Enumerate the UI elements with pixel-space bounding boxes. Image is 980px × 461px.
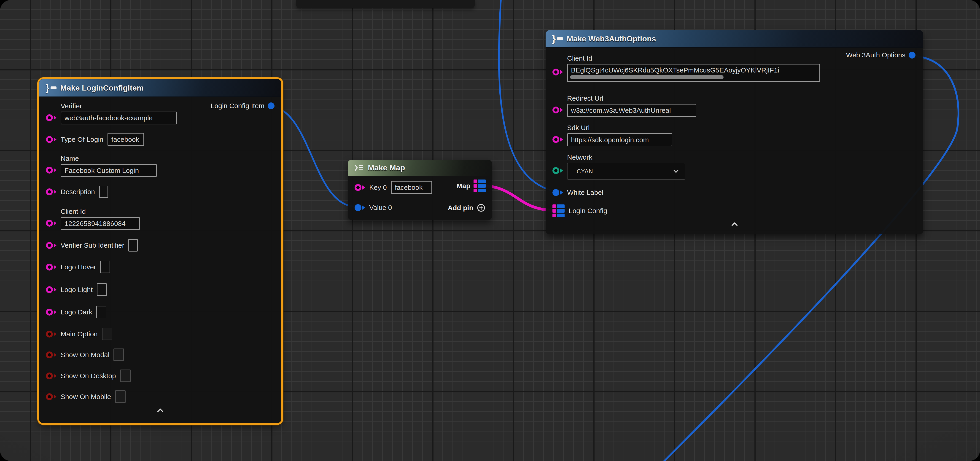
- blueprint-graph-canvas[interactable]: } Make LoginConfigItem Login Config Item…: [0, 0, 980, 461]
- pin-row-value-0: Value 0: [355, 204, 392, 211]
- show-on-desktop-pin[interactable]: [46, 372, 57, 379]
- verifier-input[interactable]: web3auth-facebook-example: [60, 111, 177, 124]
- client-id-scrollbar[interactable]: [570, 75, 724, 79]
- pin-row-show-on-mobile: Show On Mobile: [46, 390, 126, 403]
- name-pin[interactable]: [46, 167, 57, 173]
- logo-light-input[interactable]: [97, 283, 107, 296]
- sdk-url-pin[interactable]: [552, 136, 563, 143]
- pin-row-login-config-item-output: Login Config Item: [211, 102, 275, 110]
- pin-row-verifier-sub-identifier: Verifier Sub Identifier: [46, 239, 138, 251]
- pin-row-key-0: Key 0 facebook: [355, 181, 432, 194]
- logo-hover-pin[interactable]: [46, 264, 57, 270]
- client-id-pin[interactable]: [46, 220, 57, 227]
- pin-row-redirect-url: Redirect Url w3a://com.w3a.Web3AuthUnrea…: [552, 94, 696, 117]
- make-map-icon: [354, 164, 364, 172]
- node-make-web3authoptions-header[interactable]: } Make Web3AuthOptions: [546, 30, 923, 48]
- white-label-pin[interactable]: [552, 189, 563, 196]
- map-output-label: Map: [457, 182, 470, 190]
- pin-row-network: Network CYAN: [552, 153, 686, 180]
- type-of-login-pin[interactable]: [46, 136, 57, 143]
- pin-row-client-id: Client Id 1222658941886084: [46, 208, 140, 230]
- name-input[interactable]: Facebook Custom Login: [60, 164, 157, 177]
- description-pin[interactable]: [46, 188, 57, 195]
- pin-row-type-of-login: Type Of Login facebook: [46, 133, 144, 146]
- verifier-sub-identifier-pin[interactable]: [46, 242, 57, 249]
- login-config-item-output-pin[interactable]: [268, 102, 275, 109]
- show-on-desktop-checkbox[interactable]: [120, 370, 130, 382]
- node-make-loginconfigitem[interactable]: } Make LoginConfigItem Login Config Item…: [39, 79, 282, 423]
- key-0-pin[interactable]: [355, 184, 365, 191]
- output-pin-label: Login Config Item: [211, 102, 264, 110]
- chevron-down-icon: [673, 169, 679, 173]
- web3auth-options-output-pin[interactable]: [908, 52, 915, 59]
- logo-light-pin[interactable]: [46, 286, 57, 293]
- output-pin-label: Web 3Auth Options: [846, 51, 905, 59]
- pin-row-web3auth-options-output: Web 3Auth Options: [846, 51, 915, 59]
- node-make-map-header[interactable]: Make Map: [348, 160, 492, 176]
- logo-hover-input[interactable]: [100, 261, 110, 273]
- network-pin[interactable]: [552, 167, 563, 174]
- show-on-modal-checkbox[interactable]: [113, 348, 124, 361]
- redirect-url-input[interactable]: w3a://com.w3a.Web3AuthUnreal: [567, 104, 696, 117]
- show-on-mobile-pin[interactable]: [46, 393, 57, 400]
- login-config-pin[interactable]: [552, 204, 565, 217]
- node-title: Make Web3AuthOptions: [566, 34, 656, 43]
- node-make-map[interactable]: Make Map Key 0 facebook Map Value 0: [348, 160, 492, 220]
- offscreen-node-fragment: [296, 0, 475, 8]
- main-option-pin[interactable]: [46, 331, 57, 337]
- pin-row-show-on-desktop: Show On Desktop: [46, 370, 130, 382]
- node-make-loginconfigitem-header[interactable]: } Make LoginConfigItem: [39, 79, 282, 97]
- client-id-input[interactable]: 1222658941886084: [60, 217, 140, 230]
- pin-row-verifier: Verifier web3auth-facebook-example: [46, 102, 177, 124]
- node-make-web3authoptions[interactable]: } Make Web3AuthOptions Web 3Auth Options…: [546, 30, 923, 234]
- type-of-login-input[interactable]: facebook: [108, 133, 144, 146]
- pin-row-description: Description: [46, 186, 108, 198]
- client-id-pin[interactable]: [552, 68, 563, 75]
- make-struct-icon: }: [46, 83, 57, 92]
- make-struct-icon: }: [552, 34, 563, 43]
- network-dropdown[interactable]: CYAN: [567, 163, 686, 180]
- circle-plus-icon: [477, 203, 486, 213]
- logo-dark-input[interactable]: [96, 306, 107, 318]
- pin-row-client-id: Client Id BEglQSgt4cUWcj6SKRdu5QkOXTsePm…: [552, 54, 820, 82]
- sdk-url-input[interactable]: https://sdk.openlogin.com: [567, 133, 672, 146]
- collapse-node-button[interactable]: [156, 407, 164, 414]
- pin-row-show-on-modal: Show On Modal: [46, 348, 124, 361]
- pin-row-login-config: Login Config: [552, 204, 607, 217]
- node-title: Make LoginConfigItem: [60, 83, 144, 92]
- description-input[interactable]: [99, 186, 108, 198]
- pin-row-sdk-url: Sdk Url https://sdk.openlogin.com: [552, 124, 672, 146]
- pin-row-logo-hover: Logo Hover: [46, 261, 110, 273]
- pin-row-logo-dark: Logo Dark: [46, 306, 107, 318]
- verifier-pin[interactable]: [46, 114, 57, 121]
- key-0-input[interactable]: facebook: [391, 181, 432, 194]
- pin-row-main-option: Main Option: [46, 328, 112, 340]
- show-on-modal-pin[interactable]: [46, 351, 57, 358]
- pin-row-logo-light: Logo Light: [46, 283, 107, 296]
- pin-row-name: Name Facebook Custom Login: [46, 154, 157, 177]
- logo-dark-pin[interactable]: [46, 309, 57, 316]
- main-option-checkbox[interactable]: [102, 328, 112, 340]
- add-pin-button[interactable]: Add pin: [448, 203, 486, 213]
- verifier-sub-identifier-input[interactable]: [128, 239, 138, 251]
- pin-row-map-output: Map: [457, 180, 486, 192]
- value-0-pin[interactable]: [355, 204, 365, 211]
- node-title: Make Map: [368, 163, 405, 172]
- collapse-node-button[interactable]: [731, 221, 738, 228]
- client-id-input[interactable]: BEglQSgt4cUWcj6SKRdu5QkOXTsePmMcusG5EAoy…: [567, 64, 820, 82]
- redirect-url-pin[interactable]: [552, 107, 563, 113]
- map-output-pin[interactable]: [474, 180, 486, 192]
- pin-row-white-label: White Label: [552, 189, 603, 196]
- show-on-mobile-checkbox[interactable]: [115, 390, 126, 403]
